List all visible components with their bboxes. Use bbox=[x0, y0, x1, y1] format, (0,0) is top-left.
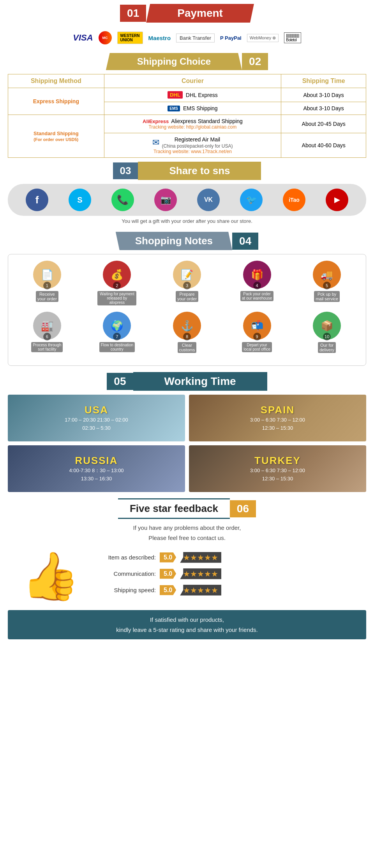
note-step-3: 📝 3 Prepareyour order bbox=[168, 261, 206, 305]
instagram-icon[interactable]: 📷 bbox=[154, 189, 177, 211]
itao-icon[interactable]: iTao bbox=[283, 189, 305, 211]
twitter-icon[interactable]: 🐦 bbox=[240, 189, 263, 211]
note-icon-8: ⚓ 8 bbox=[173, 312, 201, 340]
note-step-8: ⚓ 8 Clearcustoms bbox=[168, 312, 206, 353]
section05-title: Working Time bbox=[133, 372, 267, 391]
ratings-area: Item as described: 5.0 ★★★★★ Communicati… bbox=[94, 552, 366, 601]
section-06-feedback: Five star feedback 06 If you have any pr… bbox=[0, 498, 374, 639]
rating-score-1: 5.0 bbox=[160, 552, 176, 563]
note-num-badge-7: 7 bbox=[113, 333, 121, 340]
section03-title: Share to sns bbox=[138, 162, 261, 180]
note-step-7: 🌍 7 Flow to destinationcountry bbox=[97, 312, 136, 353]
section-02-shipping: Shipping Choice 02 Shipping Method Couri… bbox=[0, 53, 374, 158]
western-union-icon: WESTERNUNION bbox=[117, 32, 143, 44]
russia-times: 4:00-7:30 8：30 – 13:0013:30 – 16:30 bbox=[69, 467, 123, 483]
section04-num: 04 bbox=[232, 233, 258, 250]
notes-row-2: 🏭 6 Process throughsort facility 🌍 7 Flo… bbox=[12, 312, 362, 353]
sns-icons-row: f S 📞 📷 VK 🐦 iTao ▶ bbox=[8, 184, 366, 216]
section-04-notes: Shopping Notes 04 📄 1 Receiveyour order … bbox=[0, 232, 374, 366]
feedback-content: 👍 Item as described: 5.0 ★★★★★ Communica… bbox=[8, 549, 366, 604]
boletol-icon: ||||||||||||||||Boletol bbox=[284, 32, 301, 43]
maestro-icon: Maestro bbox=[148, 35, 171, 41]
ali-name: Aliexpress Standard Shipping bbox=[171, 118, 243, 124]
facebook-icon[interactable]: f bbox=[26, 189, 48, 211]
note-label-10: Our fordelivery bbox=[318, 342, 336, 353]
payment-icons-row: VISA MC WESTERNUNION Maestro Bank Transf… bbox=[0, 26, 374, 49]
col-shipping-time: Shipping Time bbox=[281, 74, 366, 88]
section03-num: 03 bbox=[113, 162, 138, 179]
feedback-header: Five star feedback 06 bbox=[0, 498, 374, 519]
post-logo: ✉ bbox=[152, 138, 159, 148]
rating-stars-1: ★★★★★ bbox=[180, 552, 221, 563]
note-num-badge-2: 2 bbox=[113, 282, 121, 289]
express-shipping-cell: Express Shipping bbox=[8, 88, 104, 115]
rating-label-3: Shipping speed: bbox=[94, 587, 156, 593]
ali-logo: AliExpress bbox=[143, 118, 169, 124]
airmail-cell: ✉ Registered Air Mail(China post/epacket… bbox=[104, 133, 281, 158]
note-step-1: 📄 1 Receiveyour order bbox=[28, 261, 67, 305]
note-label-3: Prepareyour order bbox=[176, 291, 198, 302]
note-step-10: 📦 10 Our fordelivery bbox=[307, 312, 346, 353]
ems-name: EMS Shipping bbox=[183, 105, 218, 111]
airmail-tracking: Tracking website: www.17track.net/en bbox=[153, 149, 232, 154]
shipping-table-wrapper: Shipping Method Courier Shipping Time Ex… bbox=[0, 74, 374, 158]
dhl-name: DHL Express bbox=[186, 92, 218, 98]
usa-label: USA bbox=[85, 404, 108, 416]
airmail-name: Registered Air Mail(China post/epacket-o… bbox=[162, 136, 233, 149]
note-step-5: 🚚 5 Pck up bymail service bbox=[307, 261, 346, 305]
youtube-icon[interactable]: ▶ bbox=[326, 189, 348, 211]
section01-title: Payment bbox=[146, 4, 254, 23]
section-01-payment: 01 Payment VISA MC WESTERNUNION Maestro … bbox=[0, 4, 374, 49]
working-header: 05 Working Time bbox=[0, 372, 374, 391]
note-icon-9: 📬 9 bbox=[243, 312, 271, 340]
paypal-icon: P PayPal bbox=[220, 35, 242, 41]
section02-num: 02 bbox=[242, 53, 268, 70]
ali-time: About 20-45 Days bbox=[281, 115, 366, 133]
rating-row-3: Shipping speed: 5.0 ★★★★★ bbox=[94, 585, 366, 596]
note-num-badge-4: 4 bbox=[253, 282, 261, 289]
note-num-badge-5: 5 bbox=[323, 282, 331, 289]
payment-header: 01 Payment bbox=[0, 4, 374, 23]
rating-stars-2: ★★★★★ bbox=[180, 568, 221, 579]
skype-icon[interactable]: S bbox=[69, 189, 91, 211]
whatsapp-icon[interactable]: 📞 bbox=[111, 189, 134, 211]
table-row: Express Shipping DHL DHL Express About 3… bbox=[8, 88, 366, 102]
visa-icon: VISA bbox=[73, 33, 93, 43]
note-icon-6: 🏭 6 bbox=[33, 312, 61, 340]
airmail-time: About 40-60 Days bbox=[281, 133, 366, 158]
note-step-6: 🏭 6 Process throughsort facility bbox=[28, 312, 67, 353]
note-icon-5: 🚚 5 bbox=[313, 261, 341, 289]
col-courier: Courier bbox=[104, 74, 281, 88]
feedback-bottom-banner: If satisfied with our products, kindly l… bbox=[8, 610, 366, 639]
vk-icon[interactable]: VK bbox=[197, 189, 220, 211]
note-num-badge-8: 8 bbox=[183, 333, 191, 340]
thumbs-icon: 👍 bbox=[8, 549, 94, 604]
note-icon-10: 📦 10 bbox=[313, 312, 341, 340]
shopping-notes-box: 📄 1 Receiveyour order 💰 2 Waiting for pa… bbox=[8, 254, 366, 366]
rating-label-2: Communication: bbox=[94, 570, 156, 577]
notes-header: Shopping Notes 04 bbox=[0, 232, 374, 250]
sns-gift-text: You will get a gift with your order afte… bbox=[0, 216, 374, 228]
note-label-2: Waiting for paymentreleased by alixpress bbox=[97, 291, 136, 305]
rating-stars-3: ★★★★★ bbox=[180, 585, 221, 596]
section06-num: 06 bbox=[230, 500, 256, 517]
note-label-6: Process throughsort facility bbox=[31, 342, 63, 352]
spain-card: SPAIN 3:00 – 6:30 7:30 – 12:0012:30 – 15… bbox=[189, 395, 366, 441]
note-step-2: 💰 2 Waiting for paymentreleased by alixp… bbox=[97, 261, 136, 305]
ems-logo: EMS bbox=[168, 106, 180, 111]
note-label-5: Pck up bymail service bbox=[314, 291, 340, 302]
note-num-badge-6: 6 bbox=[43, 333, 51, 340]
note-icon-4: 🎁 4 bbox=[243, 261, 271, 289]
share-header: 03 Share to sns bbox=[0, 162, 374, 180]
dhl-cell: DHL DHL Express bbox=[104, 88, 281, 102]
note-num-badge-10: 10 bbox=[323, 333, 331, 340]
note-label-4: Pack your orderat our warehouse bbox=[240, 291, 273, 301]
note-step-9: 📬 9 Depart yourlocal post office bbox=[238, 312, 277, 353]
note-num-badge-1: 1 bbox=[43, 282, 51, 289]
notes-title: Shopping Notes bbox=[116, 232, 232, 250]
dhl-time: About 3-10 Days bbox=[281, 88, 366, 102]
notes-row-1: 📄 1 Receiveyour order 💰 2 Waiting for pa… bbox=[12, 261, 362, 305]
russia-label: RUSSIA bbox=[75, 455, 118, 467]
usa-card: USA 17:00 – 20:30 21:30 – 02:0002:30 – 5… bbox=[8, 395, 185, 441]
note-icon-2: 💰 2 bbox=[103, 261, 131, 289]
